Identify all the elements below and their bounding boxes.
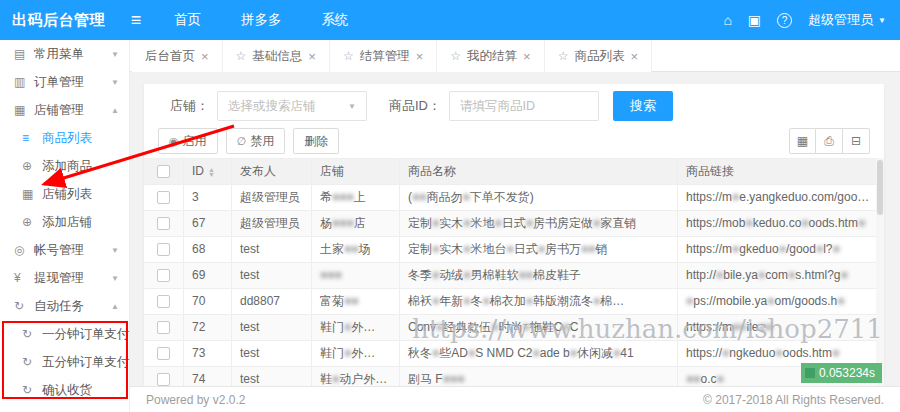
tabbar: 后台首页 × ☆ 基础信息 × ☆ 结算管理 × ☆ 我的结算 × ☆ 商品列表…	[130, 40, 900, 72]
table-header-row: ID▲▼ 发布人 店铺 商品名称 商品链接	[144, 159, 884, 185]
username: 超级管理员	[808, 11, 873, 29]
header-checkbox-cell	[144, 159, 184, 184]
chevron-down-icon: ▼	[111, 274, 119, 283]
star-icon[interactable]: ☆	[343, 49, 354, 63]
shop-icon: ▦	[14, 103, 34, 117]
tab-close-icon[interactable]: ×	[523, 49, 531, 64]
cell-id: 68	[184, 237, 232, 262]
user-menu[interactable]: 超级管理员 ▼	[808, 11, 886, 29]
cell-goods-name: 剧马 F■■■	[400, 367, 678, 386]
table-row[interactable]: 67 超级管理员 杨■■■店 定制■实木■米地■日式■房书房定做■家直销 htt…	[144, 211, 884, 237]
export-icon[interactable]: ⊟	[843, 128, 870, 154]
sidebar-item-task-pay-1min[interactable]: ↻ 一分钟订单支付	[0, 320, 129, 348]
delete-button[interactable]: 删除	[293, 128, 339, 154]
enable-button[interactable]: ◉ 启用	[158, 128, 218, 154]
search-button[interactable]: 搜索	[613, 91, 673, 121]
sidebar-group-withdraw-mgmt[interactable]: ¥ 提现管理 ▼	[0, 264, 129, 292]
row-checkbox[interactable]	[157, 321, 170, 334]
topnav-system[interactable]: 系统	[302, 0, 369, 40]
grid-icon: ▤	[14, 47, 34, 61]
help-icon[interactable]: ?	[777, 13, 792, 28]
cell-shop: 富菊■■	[312, 289, 400, 314]
sidebar-item-goods-list[interactable]: ≡ 商品列表	[0, 124, 129, 152]
row-checkbox[interactable]	[157, 191, 170, 204]
cell-goods-link: http://■bile.ya■com■s.html?g■	[678, 263, 884, 288]
select-all-checkbox[interactable]	[157, 165, 170, 178]
tab-dashboard[interactable]: 后台首页 ×	[132, 40, 223, 72]
tab-basic-info[interactable]: ☆ 基础信息 ×	[223, 40, 330, 72]
cell-id: 72	[184, 315, 232, 340]
cell-id: 3	[184, 185, 232, 210]
collapse-sidebar-icon[interactable]: ≡	[118, 10, 154, 31]
columns-icon[interactable]: ▦	[789, 128, 816, 154]
sidebar-item-add-goods[interactable]: ⊕ 添加商品	[0, 152, 129, 180]
star-icon[interactable]: ☆	[558, 49, 569, 63]
cell-id: 73	[184, 341, 232, 366]
sidebar-group-account-mgmt[interactable]: ◎ 帐号管理 ▼	[0, 236, 129, 264]
tab-close-icon[interactable]: ×	[201, 49, 209, 64]
cell-shop: ■■■	[312, 263, 400, 288]
sidebar-group-shop-mgmt[interactable]: ▦ 店铺管理 ▲	[0, 96, 129, 124]
star-icon[interactable]: ☆	[450, 49, 461, 63]
disable-button[interactable]: ∅ 禁用	[226, 128, 286, 154]
row-checkbox[interactable]	[157, 217, 170, 230]
cell-publisher: 超级管理员	[232, 211, 312, 236]
star-icon[interactable]: ☆	[236, 49, 247, 63]
header-id[interactable]: ID▲▼	[184, 159, 232, 184]
tab-my-settlement[interactable]: ☆ 我的结算 ×	[437, 40, 544, 72]
table-row[interactable]: 72 test 鞋门■外… Conv■经典款伍■时尚■拖鞋C■C https:/…	[144, 315, 884, 341]
vertical-scrollbar[interactable]	[876, 158, 884, 386]
topbar: 出码后台管理 ≡ 首页 拼多多 系统 ⌂ ▣ ? 超级管理员 ▼	[0, 0, 900, 40]
table-row[interactable]: 68 test 土家■■场 定制■实木■米地台■日式■房书万■■销 https:…	[144, 237, 884, 263]
shop-list-icon: ▦	[22, 187, 42, 201]
row-checkbox[interactable]	[157, 373, 170, 386]
sidebar-item-add-shop[interactable]: ⊕ 添加店铺	[0, 208, 129, 236]
chevron-down-icon: ▼	[348, 102, 356, 111]
row-checkbox[interactable]	[157, 243, 170, 256]
print-icon[interactable]: ⎙	[816, 128, 843, 154]
clock-icon	[805, 368, 815, 378]
tab-close-icon[interactable]: ×	[416, 49, 424, 64]
table-row[interactable]: 3 超级管理员 希■■■上 (■■商品勿■下单不发货) https://m■e.…	[144, 185, 884, 211]
home-icon[interactable]: ⌂	[723, 12, 731, 28]
goods-id-input[interactable]	[449, 91, 599, 121]
cell-shop: 希■■■上	[312, 185, 400, 210]
shop-select[interactable]: 选择或搜索店铺 ▼	[217, 91, 367, 121]
scrollbar-thumb[interactable]	[877, 160, 883, 215]
cell-goods-name: (■■商品勿■下单不发货)	[400, 185, 678, 210]
lock-icon[interactable]: ▣	[748, 12, 761, 28]
cell-goods-link: ■ps://mobile.ya■om/goods.h■	[678, 289, 884, 314]
row-checkbox[interactable]	[157, 269, 170, 282]
tab-goods-list[interactable]: ☆ 商品列表 ×	[545, 40, 652, 72]
cell-goods-name: 秋冬■些AD■S NMD C2■ade b■休闲减■41	[400, 341, 678, 366]
account-icon: ◎	[14, 243, 34, 257]
refresh-icon: ↻	[22, 383, 42, 397]
table-row[interactable]: 69 test ■■■ 冬季■动绒■男棉鞋软■■棉皮鞋子 http://■bil…	[144, 263, 884, 289]
sidebar-group-auto-task[interactable]: ↻ 自动任务 ▲	[0, 292, 129, 320]
sidebar-item-shop-list[interactable]: ▦ 店铺列表	[0, 180, 129, 208]
sidebar-group-common-menu[interactable]: ▤ 常用菜单 ▼	[0, 40, 129, 68]
add-icon: ⊕	[22, 215, 42, 229]
add-icon: ⊕	[22, 159, 42, 173]
tab-settlement-mgmt[interactable]: ☆ 结算管理 ×	[330, 40, 437, 72]
topnav-home[interactable]: 首页	[154, 0, 221, 40]
tab-close-icon[interactable]: ×	[308, 49, 316, 64]
sort-icon[interactable]: ▲▼	[208, 167, 215, 177]
footer-copyright: © 2017-2018 All Rights Reserved.	[703, 393, 884, 407]
row-checkbox[interactable]	[157, 295, 170, 308]
sidebar-item-task-pay-5min[interactable]: ↻ 五分钟订单支付	[0, 348, 129, 376]
cell-publisher: test	[232, 315, 312, 340]
chevron-down-icon: ▼	[111, 246, 119, 255]
cell-shop: 鞋■动户外…	[312, 367, 400, 386]
row-checkbox[interactable]	[157, 347, 170, 360]
cell-publisher: test	[232, 367, 312, 386]
sidebar-group-order-mgmt[interactable]: ▥ 订单管理 ▼	[0, 68, 129, 96]
tab-close-icon[interactable]: ×	[630, 49, 638, 64]
table-row[interactable]: 74 test 鞋■动户外… 剧马 F■■■ ■■o.c■	[144, 367, 884, 386]
cell-id: 70	[184, 289, 232, 314]
sidebar-item-confirm-receipt[interactable]: ↻ 确认收货	[0, 376, 129, 404]
table-row[interactable]: 73 test 鞋门■外… 秋冬■些AD■S NMD C2■ade b■休闲减■…	[144, 341, 884, 367]
table-row[interactable]: 70 dd8807 富菊■■ 棉袄■年新■冬■棉衣加■韩版潮流冬■棉… ■ps:…	[144, 289, 884, 315]
topnav-pinduoduo[interactable]: 拼多多	[221, 0, 302, 40]
goods-table: ID▲▼ 发布人 店铺 商品名称 商品链接 3 超级管理员 希■■■上 (■■商…	[144, 158, 884, 386]
